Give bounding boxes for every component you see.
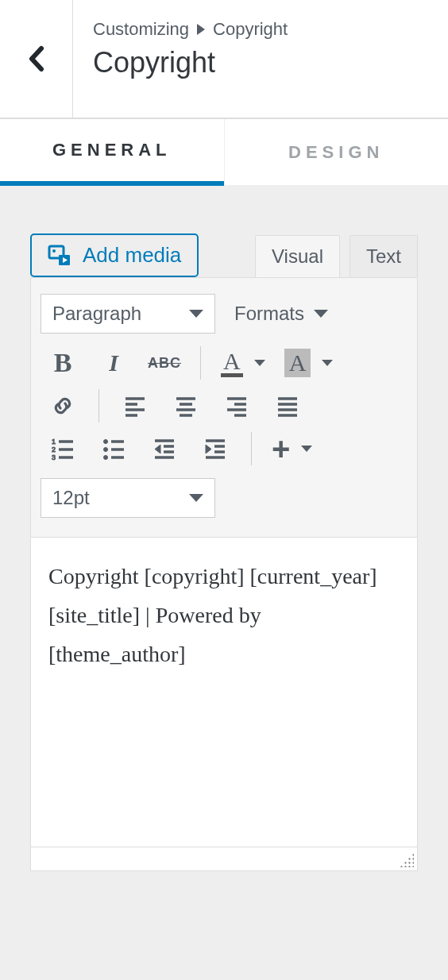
customizer-header: Customizing Copyright Copyright	[0, 0, 448, 118]
svg-point-2	[52, 249, 56, 253]
toolbar-divider	[200, 346, 201, 380]
link-icon	[51, 394, 75, 418]
formats-select[interactable]: Formats	[223, 295, 339, 333]
outdent-icon	[153, 437, 176, 461]
font-size-select[interactable]: 12pt	[41, 478, 215, 518]
unordered-list-icon	[102, 437, 126, 461]
editor-container: Add media Visual Text Paragraph Formats …	[0, 186, 448, 871]
breadcrumb-separator-icon	[197, 24, 205, 35]
editor-content[interactable]: Copyright [copyright] [current_year] [si…	[30, 538, 418, 847]
align-right-icon: line{stroke:#555d66;stroke-width:3.5}	[225, 394, 249, 418]
align-left-icon: line{stroke:#555d66;stroke-width:3.5}	[123, 394, 147, 418]
svg-point-28	[104, 448, 108, 452]
breadcrumb-root: Customizing	[93, 19, 189, 40]
editor-mode-text[interactable]: Text	[350, 235, 418, 277]
block-format-select[interactable]: Paragraph	[41, 294, 215, 334]
align-center-button[interactable]: line{stroke:#555d66;stroke-width:3.5}	[170, 390, 202, 422]
strikethrough-button[interactable]: ABC	[149, 347, 180, 379]
italic-button[interactable]: I	[98, 347, 129, 379]
italic-icon: I	[109, 349, 118, 376]
editor-status-bar	[30, 847, 418, 871]
indent-button[interactable]	[199, 433, 231, 465]
toolbar-divider	[98, 389, 99, 422]
media-icon	[48, 245, 71, 267]
svg-marker-42	[206, 445, 211, 453]
align-left-button[interactable]: line{stroke:#555d66;stroke-width:3.5}	[119, 390, 151, 422]
chevron-down-icon	[322, 360, 333, 366]
svg-text:2: 2	[52, 446, 56, 453]
add-media-button[interactable]: Add media	[30, 233, 199, 277]
page-title: Copyright	[93, 46, 288, 79]
align-justify-button[interactable]: line{stroke:#555d66;stroke-width:3.5}	[272, 390, 303, 422]
ordered-list-icon: 1 2 3	[51, 437, 75, 461]
svg-text:3: 3	[52, 453, 56, 461]
chevron-down-icon	[301, 446, 312, 452]
insert-menu-button[interactable]: +	[272, 433, 312, 465]
background-color-button[interactable]: A	[284, 347, 334, 379]
bold-icon: B	[54, 348, 72, 378]
resize-handle[interactable]	[400, 853, 414, 867]
align-center-icon: line{stroke:#555d66;stroke-width:3.5}	[174, 394, 198, 418]
tab-general[interactable]: GENERAL	[0, 119, 224, 186]
chevron-down-icon	[189, 494, 203, 502]
tab-design[interactable]: DESIGN	[224, 119, 449, 186]
outdent-button[interactable]	[149, 433, 180, 465]
svg-point-27	[104, 440, 108, 444]
svg-marker-37	[155, 445, 160, 453]
editor-toolbar: Paragraph Formats B I ABC A A	[30, 277, 418, 538]
chevron-left-icon	[28, 45, 45, 72]
text-color-button[interactable]: A	[221, 347, 265, 379]
chevron-down-icon	[314, 310, 328, 318]
section-tabs: GENERAL DESIGN	[0, 118, 448, 186]
editor-mode-visual[interactable]: Visual	[255, 235, 340, 277]
svg-text:1: 1	[52, 438, 56, 446]
ordered-list-button[interactable]: 1 2 3	[47, 433, 79, 465]
strikethrough-icon: ABC	[148, 355, 181, 372]
plus-icon: +	[272, 433, 290, 465]
chevron-down-icon	[254, 360, 265, 366]
unordered-list-button[interactable]	[98, 433, 129, 465]
breadcrumb-current: Copyright	[213, 19, 288, 40]
back-button[interactable]	[0, 0, 73, 118]
background-color-icon: A	[284, 349, 311, 377]
link-button[interactable]	[47, 390, 79, 422]
toolbar-divider	[251, 432, 252, 465]
svg-marker-0	[197, 24, 205, 35]
breadcrumb: Customizing Copyright	[93, 19, 288, 40]
add-media-label: Add media	[83, 243, 181, 268]
align-right-button[interactable]: line{stroke:#555d66;stroke-width:3.5}	[221, 390, 253, 422]
bold-button[interactable]: B	[47, 347, 79, 379]
svg-point-29	[104, 456, 108, 460]
indent-icon	[203, 437, 227, 461]
text-color-icon: A	[221, 349, 243, 377]
chevron-down-icon	[189, 310, 203, 318]
align-justify-icon: line{stroke:#555d66;stroke-width:3.5}	[276, 394, 299, 418]
